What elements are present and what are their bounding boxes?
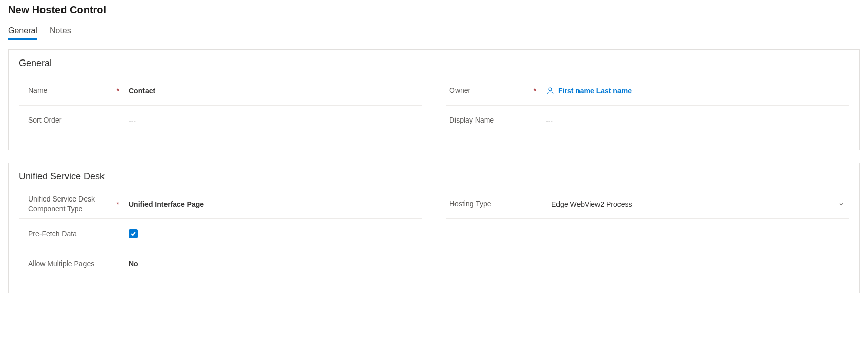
field-allow-multiple: Allow Multiple Pages No: [19, 249, 422, 278]
field-sort-order: Sort Order ---: [19, 106, 422, 135]
label-sort-order: Sort Order: [28, 115, 61, 125]
section-general: General Name * Contact Sort Order ---: [8, 49, 860, 150]
person-icon: [546, 86, 555, 95]
svg-point-0: [549, 88, 552, 91]
tabs: General Notes: [8, 26, 860, 40]
required-marker: *: [117, 87, 127, 95]
value-sort-order[interactable]: ---: [127, 116, 422, 125]
value-owner[interactable]: First name Last name: [544, 86, 849, 95]
value-name[interactable]: Contact: [127, 87, 422, 95]
owner-link[interactable]: First name Last name: [546, 86, 632, 95]
tab-general[interactable]: General: [8, 26, 37, 40]
section-usd: Unified Service Desk Unified Service Des…: [8, 163, 860, 293]
value-component-type[interactable]: Unified Interface Page: [127, 200, 422, 208]
required-marker: *: [534, 87, 544, 95]
owner-name: First name Last name: [558, 87, 632, 95]
label-name: Name: [28, 86, 47, 95]
field-display-name: Display Name ---: [446, 106, 849, 135]
field-component-type: Unified Service Desk Component Type * Un…: [19, 189, 422, 219]
label-prefetch: Pre-Fetch Data: [28, 229, 77, 238]
label-component-type: Unified Service Desk Component Type: [28, 194, 114, 213]
value-allow-multiple[interactable]: No: [127, 259, 422, 268]
label-allow-multiple: Allow Multiple Pages: [28, 259, 94, 268]
check-icon: [130, 231, 136, 237]
select-hosting-type[interactable]: Edge WebView2 Process: [546, 194, 849, 214]
label-owner: Owner: [449, 86, 470, 95]
field-hosting-type: Hosting Type Edge WebView2 Process: [446, 189, 849, 219]
label-display-name: Display Name: [449, 115, 494, 125]
field-name: Name * Contact: [19, 76, 422, 106]
section-title-general: General: [19, 58, 849, 69]
checkbox-prefetch[interactable]: [129, 229, 138, 238]
page-title: New Hosted Control: [8, 4, 860, 16]
field-prefetch: Pre-Fetch Data: [19, 219, 422, 249]
required-marker: *: [117, 200, 127, 208]
label-hosting-type: Hosting Type: [449, 199, 491, 208]
tab-notes[interactable]: Notes: [50, 26, 71, 40]
field-owner: Owner * First name Last name: [446, 76, 849, 106]
value-display-name[interactable]: ---: [544, 116, 849, 125]
section-title-usd: Unified Service Desk: [19, 171, 849, 182]
